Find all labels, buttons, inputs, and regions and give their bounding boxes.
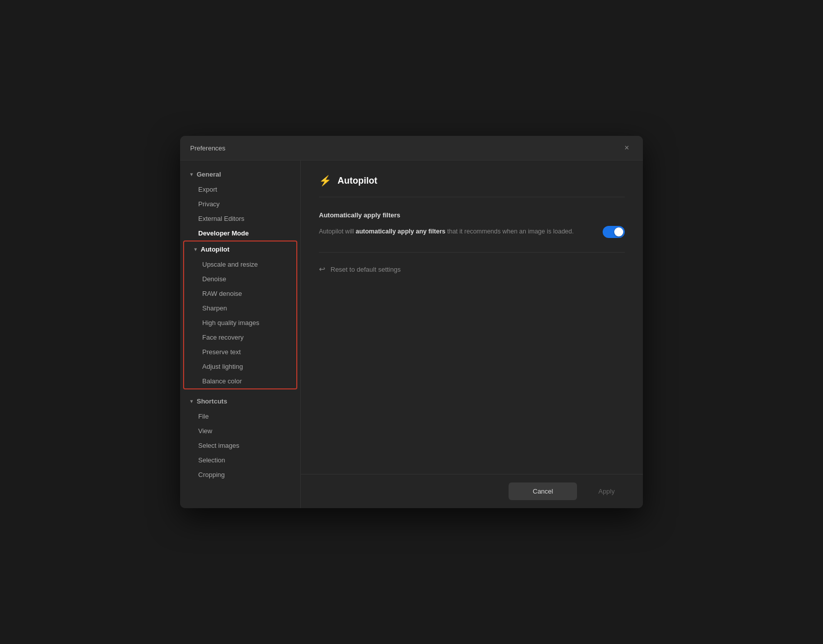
sidebar-item-cropping[interactable]: Cropping <box>180 467 300 482</box>
close-icon: × <box>624 143 629 152</box>
sidebar-item-balance-color[interactable]: Balance color <box>184 374 296 388</box>
section-divider <box>319 252 625 253</box>
dialog-footer: Cancel Apply <box>301 474 643 508</box>
sidebar-item-upscale-resize[interactable]: Upscale and resize <box>184 257 296 272</box>
reset-row[interactable]: ↩ Reset to default settings <box>319 263 625 276</box>
chevron-down-icon: ▾ <box>190 398 193 404</box>
sidebar-section-autopilot[interactable]: ▾ Autopilot <box>184 242 296 257</box>
sidebar-section-autopilot-container: ▾ Autopilot Upscale and resize Denoise R… <box>183 240 297 389</box>
sidebar-item-export[interactable]: Export <box>180 182 300 197</box>
sidebar-item-preserve-text[interactable]: Preserve text <box>184 345 296 359</box>
auto-apply-section: Automatically apply filters Autopilot wi… <box>319 211 625 240</box>
sidebar-item-face-recovery[interactable]: Face recovery <box>184 330 296 345</box>
close-button[interactable]: × <box>621 142 633 154</box>
auto-apply-row: Autopilot will automatically apply any f… <box>319 224 625 240</box>
auto-apply-toggle[interactable] <box>603 226 625 238</box>
sidebar-item-sharpen[interactable]: Sharpen <box>184 301 296 315</box>
dialog-title: Preferences <box>190 144 225 152</box>
chevron-down-icon: ▾ <box>194 247 197 252</box>
sidebar-item-developer-mode[interactable]: Developer Mode <box>180 226 300 240</box>
reset-icon: ↩ <box>319 265 325 274</box>
auto-apply-description: Autopilot will automatically apply any f… <box>319 227 603 236</box>
preferences-dialog: Preferences × ▾ General Export Privacy E… <box>180 136 643 508</box>
sidebar-item-selection[interactable]: Selection <box>180 453 300 467</box>
page-title: Autopilot <box>338 176 377 186</box>
sidebar-section-shortcuts[interactable]: ▾ Shortcuts <box>180 393 300 409</box>
dialog-body: ▾ General Export Privacy External Editor… <box>180 160 643 508</box>
title-bar: Preferences × <box>180 136 643 160</box>
sidebar-item-privacy[interactable]: Privacy <box>180 197 300 211</box>
sidebar: ▾ General Export Privacy External Editor… <box>180 160 301 508</box>
sidebar-item-raw-denoise[interactable]: RAW denoise <box>184 286 296 301</box>
sidebar-section-general[interactable]: ▾ General <box>180 167 300 182</box>
page-header: ⚡ Autopilot <box>319 175 625 197</box>
sidebar-item-view[interactable]: View <box>180 424 300 438</box>
main-scroll-area: ⚡ Autopilot Automatically apply filters … <box>301 160 643 474</box>
toggle-slider <box>603 226 625 238</box>
apply-button[interactable]: Apply <box>584 482 629 500</box>
reset-label: Reset to default settings <box>331 266 400 273</box>
sidebar-item-denoise[interactable]: Denoise <box>184 272 296 286</box>
main-content: ⚡ Autopilot Automatically apply filters … <box>301 160 643 508</box>
bolt-icon: ⚡ <box>319 175 332 187</box>
sidebar-item-select-images[interactable]: Select images <box>180 438 300 453</box>
sidebar-item-adjust-lighting[interactable]: Adjust lighting <box>184 359 296 374</box>
sidebar-item-external-editors[interactable]: External Editors <box>180 211 300 226</box>
sidebar-item-high-quality[interactable]: High quality images <box>184 315 296 330</box>
chevron-down-icon: ▾ <box>190 172 193 177</box>
sidebar-item-file[interactable]: File <box>180 409 300 424</box>
cancel-button[interactable]: Cancel <box>509 482 577 500</box>
auto-apply-title: Automatically apply filters <box>319 211 625 219</box>
